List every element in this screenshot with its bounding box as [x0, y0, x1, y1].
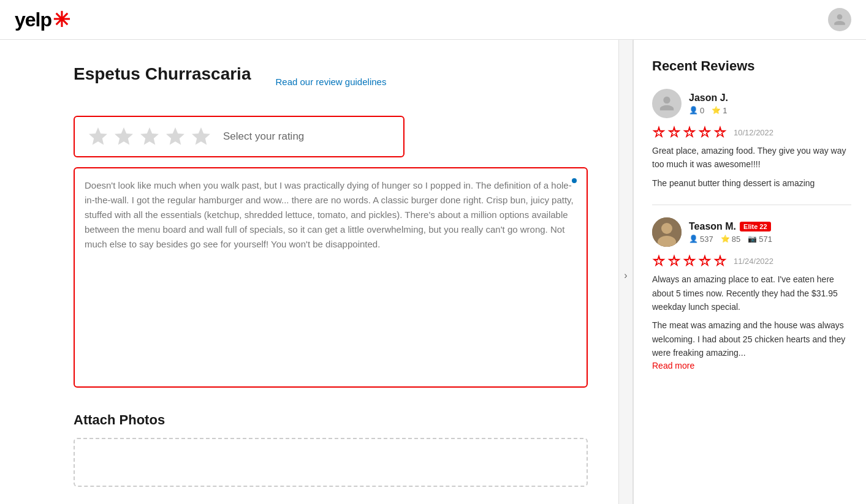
avatar-jason — [652, 89, 682, 118]
sidebar-title: Recent Reviews — [652, 58, 851, 74]
avatar-teason — [652, 217, 682, 247]
jason-review-text: Great place, amazing food. They give you… — [652, 144, 851, 171]
teason-reviews-count: 85 — [732, 235, 740, 244]
right-sidebar: Recent Reviews Jason J. 👤 0 ⭐ — [633, 40, 866, 504]
reviews-icon-jason: ⭐ — [712, 106, 721, 115]
review-stars-teason: ★ ★ ★ ★ ★ 11/24/2022 — [652, 254, 851, 268]
filled-star-4: ★ — [698, 126, 712, 139]
yelp-burst: ✳ — [53, 7, 69, 32]
svg-point-1 — [661, 223, 672, 234]
teason-review-text: Always an amazing place to eat. I've eat… — [652, 273, 851, 314]
reviewer-name-jason: Jason J. — [689, 92, 728, 103]
review-textarea-wrapper — [74, 167, 588, 388]
jason-friends-stat: 👤 0 — [689, 106, 704, 115]
stars-container[interactable] — [87, 126, 212, 148]
guidelines-link[interactable]: Read our review guidelines — [275, 77, 386, 87]
teason-star-2: ★ — [667, 254, 681, 268]
review-divider-1 — [652, 205, 851, 205]
jason-review-date: 10/12/2022 — [734, 128, 773, 137]
teason-star-4: ★ — [698, 254, 712, 268]
teason-photos-stat: 📷 571 — [748, 235, 772, 244]
friends-icon-jason: 👤 — [689, 106, 698, 115]
elite-badge-teason: Elite 22 — [740, 222, 771, 231]
title-row: Espetus Churrascaria Read our review gui… — [74, 64, 588, 99]
teason-review-date: 11/24/2022 — [734, 257, 773, 266]
textarea-dot — [572, 178, 577, 183]
teason-friends-stat: 👤 537 — [689, 235, 713, 244]
yelp-text: yelp — [15, 9, 51, 31]
reviewer-header-jason: Jason J. 👤 0 ⭐ 1 — [652, 89, 851, 118]
teason-star-1: ★ — [652, 254, 666, 268]
reviewer-stats-jason: 👤 0 ⭐ 1 — [689, 106, 728, 115]
left-content: Espetus Churrascaria Read our review gui… — [0, 40, 618, 504]
star-2-icon[interactable] — [113, 126, 135, 148]
read-more-link-teason[interactable]: Read more — [652, 361, 694, 370]
teason-star-5: ★ — [713, 254, 727, 268]
photo-upload-area[interactable] — [74, 438, 588, 487]
page-title: Espetus Churrascaria — [74, 64, 251, 84]
friends-icon-teason: 👤 — [689, 235, 698, 243]
reviewer-header-teason: Teason M. Elite 22 👤 537 ⭐ 85 — [652, 217, 851, 247]
teason-photos-count: 571 — [759, 235, 772, 244]
attach-photos-title: Attach Photos — [74, 412, 588, 428]
star-5-icon[interactable] — [190, 126, 212, 148]
user-avatar[interactable] — [828, 8, 851, 31]
teason-review-text2: The meat was amazing and the house was a… — [652, 318, 851, 359]
filled-star-3: ★ — [683, 126, 696, 139]
jason-review-text2: The peanut butter thing dessert is amazi… — [652, 176, 851, 190]
sidebar-toggle[interactable]: › — [618, 40, 633, 504]
filled-star-5: ★ — [713, 126, 727, 139]
main-layout: Espetus Churrascaria Read our review gui… — [0, 40, 866, 504]
reviewer-info-jason: Jason J. 👤 0 ⭐ 1 — [689, 92, 728, 115]
teason-friends-count: 537 — [700, 235, 713, 244]
reviews-icon-teason: ⭐ — [721, 235, 730, 243]
filled-star-2: ★ — [667, 126, 681, 139]
jason-reviews-count: 1 — [723, 106, 727, 115]
review-card-teason: Teason M. Elite 22 👤 537 ⭐ 85 — [652, 217, 851, 370]
chevron-right-icon: › — [624, 270, 627, 281]
jason-friends-count: 0 — [700, 106, 704, 115]
filled-star-1: ★ — [652, 126, 666, 139]
review-card-jason: Jason J. 👤 0 ⭐ 1 ★ ★ ★ — [652, 89, 851, 190]
rating-box[interactable]: Select your rating — [74, 116, 405, 157]
star-4-icon[interactable] — [164, 126, 186, 148]
teason-reviews-stat: ⭐ 85 — [721, 235, 740, 244]
teason-star-3: ★ — [683, 254, 696, 268]
yelp-logo[interactable]: yelp ✳ — [15, 7, 69, 32]
reviewer-name-teason: Teason M. — [689, 221, 736, 232]
star-3-icon[interactable] — [139, 126, 161, 148]
review-textarea[interactable] — [85, 178, 577, 374]
reviewer-stats-teason: 👤 537 ⭐ 85 📷 571 — [689, 235, 772, 244]
star-1-icon[interactable] — [87, 126, 109, 148]
photos-icon-teason: 📷 — [748, 235, 757, 243]
rating-label: Select your rating — [223, 130, 304, 143]
review-stars-jason: ★ ★ ★ ★ ★ 10/12/2022 — [652, 126, 851, 139]
reviewer-info-teason: Teason M. Elite 22 👤 537 ⭐ 85 — [689, 221, 772, 244]
header: yelp ✳ — [0, 0, 866, 40]
jason-reviews-stat: ⭐ 1 — [712, 106, 727, 115]
